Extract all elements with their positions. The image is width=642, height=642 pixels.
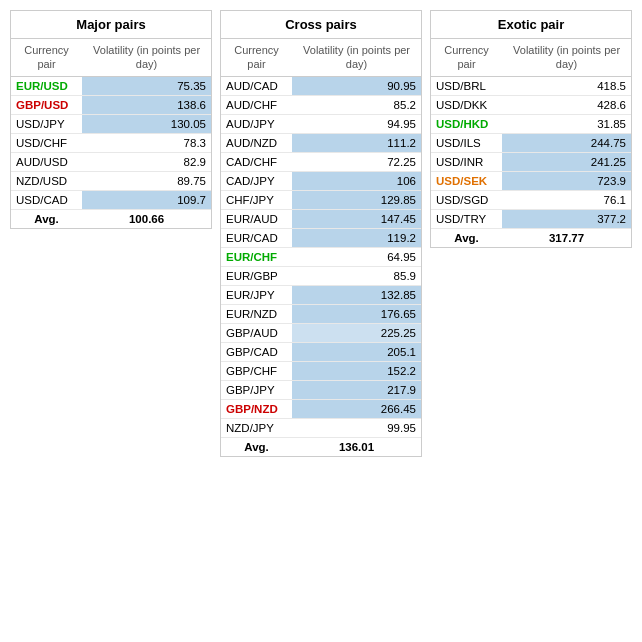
volatility-cell: 111.2 [292,133,421,152]
volatility-cell: 109.7 [82,190,211,209]
table-row: AUD/NZD111.2 [221,133,421,152]
volatility-cell: 31.85 [502,114,631,133]
table-row: EUR/NZD176.65 [221,304,421,323]
pair-cell: GBP/AUD [221,323,292,342]
volatility-cell: 723.9 [502,171,631,190]
main-container: Major pairs Currency pair Volatility (in… [10,10,632,457]
cross-col-pair: Currency pair [221,39,292,76]
volatility-cell: 130.05 [82,114,211,133]
table-row: GBP/AUD225.25 [221,323,421,342]
volatility-cell: 152.2 [292,361,421,380]
table-row: USD/BRL418.5 [431,76,631,95]
volatility-cell: 82.9 [82,152,211,171]
pair-cell: AUD/USD [11,152,82,171]
table-row: USD/CAD109.7 [11,190,211,209]
major-col-vol: Volatility (in points per day) [82,39,211,76]
table-row: NZD/USD89.75 [11,171,211,190]
avg-row: Avg.136.01 [221,437,421,456]
table-row: GBP/JPY217.9 [221,380,421,399]
volatility-cell: 176.65 [292,304,421,323]
pair-cell: USD/CAD [11,190,82,209]
volatility-cell: 75.35 [82,76,211,95]
pair-cell: EUR/GBP [221,266,292,285]
volatility-cell: 94.95 [292,114,421,133]
table-row: EUR/JPY132.85 [221,285,421,304]
pair-cell: GBP/CAD [221,342,292,361]
volatility-cell: 266.45 [292,399,421,418]
volatility-cell: 241.25 [502,152,631,171]
cross-col-vol: Volatility (in points per day) [292,39,421,76]
table-row: AUD/CAD90.95 [221,76,421,95]
cross-title: Cross pairs [221,11,421,39]
table-row: EUR/AUD147.45 [221,209,421,228]
pair-cell: USD/INR [431,152,502,171]
pair-cell: USD/DKK [431,95,502,114]
pair-cell: GBP/USD [11,95,82,114]
exotic-col-pair: Currency pair [431,39,502,76]
major-col-pair: Currency pair [11,39,82,76]
volatility-cell: 377.2 [502,209,631,228]
avg-value: 100.66 [82,209,211,228]
pair-cell: EUR/JPY [221,285,292,304]
table-row: USD/HKD31.85 [431,114,631,133]
pair-cell: NZD/JPY [221,418,292,437]
volatility-cell: 244.75 [502,133,631,152]
avg-row: Avg.317.77 [431,228,631,247]
pair-cell: USD/JPY [11,114,82,133]
pair-cell: AUD/NZD [221,133,292,152]
table-row: USD/DKK428.6 [431,95,631,114]
volatility-cell: 225.25 [292,323,421,342]
table-row: CHF/JPY129.85 [221,190,421,209]
table-row: AUD/USD82.9 [11,152,211,171]
table-row: EUR/CAD119.2 [221,228,421,247]
table-row: USD/SEK723.9 [431,171,631,190]
volatility-cell: 132.85 [292,285,421,304]
pair-cell: EUR/NZD [221,304,292,323]
avg-value: 136.01 [292,437,421,456]
volatility-cell: 89.75 [82,171,211,190]
volatility-cell: 78.3 [82,133,211,152]
pair-cell: GBP/JPY [221,380,292,399]
volatility-cell: 64.95 [292,247,421,266]
volatility-cell: 428.6 [502,95,631,114]
pair-cell: EUR/CAD [221,228,292,247]
volatility-cell: 99.95 [292,418,421,437]
table-row: USD/JPY130.05 [11,114,211,133]
table-row: CAD/JPY106 [221,171,421,190]
table-row: GBP/USD138.6 [11,95,211,114]
exotic-pairs-table: Exotic pair Currency pair Volatility (in… [430,10,632,248]
table-row: USD/CHF78.3 [11,133,211,152]
volatility-cell: 147.45 [292,209,421,228]
exotic-title: Exotic pair [431,11,631,39]
volatility-cell: 418.5 [502,76,631,95]
table-row: USD/TRY377.2 [431,209,631,228]
table-row: GBP/CHF152.2 [221,361,421,380]
pair-cell: AUD/CAD [221,76,292,95]
pair-cell: CAD/JPY [221,171,292,190]
table-row: NZD/JPY99.95 [221,418,421,437]
avg-row: Avg.100.66 [11,209,211,228]
avg-value: 317.77 [502,228,631,247]
volatility-cell: 90.95 [292,76,421,95]
volatility-cell: 76.1 [502,190,631,209]
pair-cell: AUD/JPY [221,114,292,133]
volatility-cell: 217.9 [292,380,421,399]
table-row: CAD/CHF72.25 [221,152,421,171]
volatility-cell: 106 [292,171,421,190]
pair-cell: USD/SEK [431,171,502,190]
pair-cell: USD/SGD [431,190,502,209]
table-row: EUR/GBP85.9 [221,266,421,285]
avg-label: Avg. [11,209,82,228]
pair-cell: USD/TRY [431,209,502,228]
table-row: AUD/JPY94.95 [221,114,421,133]
volatility-cell: 85.9 [292,266,421,285]
pair-cell: CAD/CHF [221,152,292,171]
pair-cell: USD/HKD [431,114,502,133]
volatility-cell: 72.25 [292,152,421,171]
table-row: EUR/CHF64.95 [221,247,421,266]
pair-cell: GBP/CHF [221,361,292,380]
pair-cell: EUR/USD [11,76,82,95]
volatility-cell: 119.2 [292,228,421,247]
major-title: Major pairs [11,11,211,39]
volatility-cell: 138.6 [82,95,211,114]
